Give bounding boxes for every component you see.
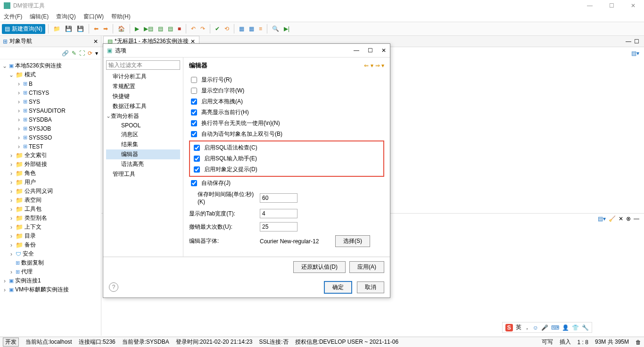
tree-schema-item[interactable]: SYSAUDITOR [29,107,66,114]
chk-autosave[interactable] [191,180,197,186]
chk-show-space[interactable] [191,88,197,94]
nav-spool[interactable]: SPOOL [106,121,180,130]
close-result-icon[interactable]: ⊗ [626,215,631,222]
chk-obj-hint[interactable] [194,166,200,173]
tree-schema-item[interactable]: SYSSSO [29,134,52,141]
explain-icon[interactable]: ▤ [166,24,175,33]
tree-folder-item[interactable]: 安全 [23,250,34,258]
commit-icon[interactable]: ✔ [213,24,222,33]
tree-root[interactable]: 本地5236实例连接 [15,62,62,70]
ime-smiley-icon[interactable]: ☺ [533,324,538,331]
broom-icon[interactable]: 🧹 [609,215,616,222]
menu-help[interactable]: 帮助(H) [111,13,131,21]
rollback-icon[interactable]: ⟲ [223,24,231,33]
tree-folder-item[interactable]: 数据复制 [21,259,44,267]
tree-folder-item[interactable]: 目录 [25,232,36,240]
nav-msg[interactable]: 消息区 [106,130,180,140]
ime-lang[interactable]: 英 [516,323,521,331]
nav-syntax[interactable]: 语法高亮 [106,159,180,169]
tree-folder-item[interactable]: 外部链接 [25,160,47,168]
open-icon[interactable]: 📁 [51,24,62,33]
undo-icon[interactable]: ↶ [189,24,198,33]
ime-keyboard-icon[interactable]: ⌨ [551,324,559,331]
tree-folder-item[interactable]: 上下文 [25,223,41,231]
ime-person-icon[interactable]: 👤 [562,324,569,331]
debug-icon[interactable]: ▤ [156,24,165,33]
tree-folder-item[interactable]: 代理 [21,268,33,276]
menu-edit[interactable]: 编辑(E) [30,13,49,21]
dropdown-icon[interactable]: ▾ [95,50,98,57]
close-icon[interactable]: ✕ [93,38,98,45]
nav-query[interactable]: 查询分析器 [111,113,139,119]
expand-icon[interactable]: ⛶ [79,50,85,57]
stop-icon[interactable]: ■ [176,24,183,33]
undo-max-input[interactable] [260,222,297,231]
edit-icon[interactable]: ✎ [72,50,76,57]
chk-sql-assist[interactable] [194,156,200,162]
nav-general[interactable]: 常规配置 [106,82,180,91]
run-icon[interactable]: ▶ [133,24,141,33]
choose-font-button[interactable]: 选择(S) [335,235,370,247]
tree-folder-item[interactable]: 角色 [25,169,36,177]
tree-schema-item[interactable]: SYSJOB [29,125,51,132]
chk-newline[interactable] [191,120,197,126]
nav-audit[interactable]: 审计分析工具 [106,72,180,82]
ime-toolbar[interactable]: S 英 ， ☺ 🎤 ⌨ 👤 👕 🔧 [502,322,592,333]
dialog-close-icon[interactable]: ✕ [381,47,386,54]
save-interval-input[interactable] [260,193,297,203]
save-all-icon[interactable]: 💾 [75,24,86,33]
nav-result[interactable]: 结果集 [106,140,180,149]
tree-folder-item[interactable]: 类型别名 [25,214,47,222]
cancel-button[interactable]: 取消 [357,281,384,293]
chk-highlight[interactable] [191,109,197,116]
ime-skin-icon[interactable]: 👕 [572,324,579,331]
chk-drag-text[interactable] [191,99,197,105]
save-icon[interactable]: 💾 [63,24,74,33]
nav-editor[interactable]: 编辑器 [106,149,180,159]
menu-query[interactable]: 查询(Q) [56,13,75,21]
chk-show-line[interactable] [191,77,197,83]
tree-folder-item[interactable]: 备份 [25,241,36,249]
dialog-maximize-icon[interactable]: ☐ [368,47,373,54]
tree-schema[interactable]: 模式 [25,71,36,79]
ime-tool-icon[interactable]: 🔧 [582,324,589,331]
ime-punct-icon[interactable]: ， [524,323,530,331]
minimize-button[interactable]: — [579,0,601,11]
chk-autoquote[interactable] [191,131,197,137]
ime-mic-icon[interactable]: 🎤 [541,324,548,331]
home-icon[interactable]: 🏠 [116,24,127,33]
maximize-pane-icon[interactable]: ☐ [634,38,639,45]
sidebar-tab[interactable]: ⊞ 对象导航 ✕ [0,36,101,47]
tree-schema-item[interactable]: B [29,81,33,87]
tree-folder-item[interactable]: 表空间 [25,196,41,204]
object-tree[interactable]: ⌄▣本地5236实例连接 ⌄📁模式 ›⊞B›⊞CTISYS›⊞SYS›⊞SYSA… [0,59,101,336]
refresh-icon[interactable]: ⟳ [88,50,92,57]
new-query-button[interactable]: ▤ 新建查询(N) [2,24,45,34]
cal-icon[interactable]: ▦ [247,24,256,33]
help-icon[interactable]: ? [109,282,118,292]
filter-input[interactable] [106,60,180,70]
tree-schema-item[interactable]: SYS [29,99,40,105]
nav-manage[interactable]: 管理工具 [106,169,180,179]
dialog-minimize-icon[interactable]: — [354,47,359,54]
view-menu-icon[interactable]: ▤▾ [631,50,639,57]
minimize-pane-icon[interactable]: — [626,38,631,45]
apply-button[interactable]: 应用(A) [349,261,384,273]
format-icon[interactable]: ≡ [257,24,264,33]
tree-folder-item[interactable]: 全文索引 [25,151,47,159]
tree-folder-item[interactable]: 用户 [25,178,36,186]
tree-instance1[interactable]: 实例连接1 [15,277,41,285]
chk-sql-check[interactable] [194,145,200,151]
redo-icon[interactable]: ↷ [198,24,207,33]
clear-icon[interactable]: ✕ [619,215,623,222]
back-icon[interactable]: ⬅ [92,24,100,33]
min-result-icon[interactable]: — [634,215,639,222]
nav-back-icon[interactable]: ⇐ ▾ [364,62,373,69]
tab-width-input[interactable] [260,209,297,218]
restore-defaults-button[interactable]: 还原默认值(D) [293,261,346,273]
menu-window[interactable]: 窗口(W) [83,13,104,21]
tree-folder-item[interactable]: 公共同义词 [25,187,53,195]
trash-icon[interactable]: 🗑 [636,339,641,346]
forward-icon[interactable]: ➡ [101,24,110,33]
nav-migrate[interactable]: 数据迁移工具 [106,101,180,111]
